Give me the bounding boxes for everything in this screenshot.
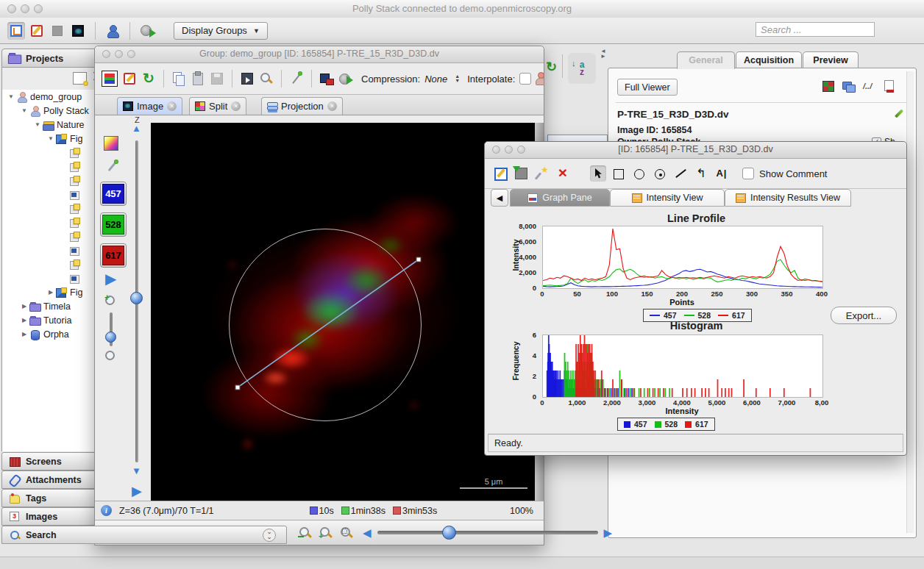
refresh-icon[interactable]: ↻ [141,71,156,86]
measure-icon[interactable] [289,71,304,86]
split-image-icon[interactable] [319,71,334,86]
image-canvas[interactable]: 5 μm [151,123,535,501]
grid-view-icon[interactable] [49,22,66,40]
editor-icon[interactable] [28,22,46,40]
line-plot-icon[interactable] [863,80,876,93]
sort-az-button[interactable]: ↓ az [568,53,596,84]
full-viewer-button[interactable]: Full Viewer [617,79,678,96]
twisty-icon[interactable]: ▶ [20,317,29,323]
zoom-in-icon[interactable]: + [319,526,333,540]
z-play-icon[interactable]: ▶ [132,483,142,499]
compression-stepper[interactable]: ▲▼ [455,74,460,83]
renderer-icon[interactable] [102,71,118,87]
show-comment-toggle[interactable]: Show Comment [742,168,827,179]
zoom-out-icon[interactable] [104,349,118,364]
refresh-icon[interactable]: ↻ [546,59,559,72]
pointer-icon[interactable] [590,165,606,182]
delete-icon[interactable]: × [555,165,571,182]
channel-color-icon [341,507,349,515]
twisty-icon[interactable]: ▼ [33,121,42,128]
channel-button-617[interactable]: 617 [100,243,127,268]
step-forward-icon[interactable]: ▶ [604,526,613,540]
step-back-icon[interactable]: ◀ [363,526,372,540]
twisty-icon[interactable]: ▶ [46,289,55,296]
save-icon[interactable] [210,71,224,86]
copy-icon[interactable] [171,71,186,86]
zoom-out-icon[interactable] [298,526,313,540]
paste-icon[interactable] [191,71,205,86]
user-icon[interactable] [104,22,121,40]
polyline-icon[interactable]: ↰ [693,165,709,182]
text-icon[interactable]: A| [714,165,730,182]
tab-intensity-results-view[interactable]: Intensity Results View [725,189,851,207]
metadata-scrollbar[interactable] [906,71,914,533]
zoom-in-icon[interactable] [104,294,118,309]
compression-value[interactable]: None [424,74,447,85]
tab-general[interactable]: General [677,51,735,69]
twisty-icon[interactable]: ▶ [20,303,29,309]
tab-acquisition[interactable]: Acquisition [736,51,802,68]
tab-preview[interactable]: Preview [803,51,859,68]
rectangle-icon[interactable] [611,165,627,182]
tab-split[interactable]: Split × [189,97,246,115]
roi-save-icon[interactable] [513,165,530,182]
z-slider-knob[interactable] [130,292,143,304]
tab-scroll-left-icon[interactable]: ◀ [491,189,508,207]
twisty-icon[interactable]: ▼ [20,107,29,114]
line-icon[interactable] [672,165,689,182]
timeline-slider[interactable] [377,531,598,534]
close-tab-icon[interactable]: × [167,101,177,111]
split-view-icon[interactable] [822,80,835,93]
server-icon[interactable] [138,22,156,40]
pane-scroll-arrows[interactable]: ◄► [600,49,606,59]
twisty-icon[interactable]: ▶ [20,331,29,337]
tab-projection[interactable]: Projection × [261,97,343,115]
copy-folders-icon[interactable] [842,80,856,93]
play-movie-icon[interactable]: ▶ [105,271,116,286]
roi-edit-icon[interactable] [493,165,509,182]
channel-button-528[interactable]: 528 [100,212,127,237]
publish-icon[interactable] [338,71,353,86]
z-down-icon[interactable]: ▼ [132,465,141,476]
roi-line[interactable] [151,123,535,501]
global-search-input[interactable] [756,22,875,37]
info-icon[interactable]: i [101,505,112,516]
color-picker-icon[interactable] [105,160,118,173]
z-slider-track[interactable] [135,140,138,462]
z-up-icon[interactable]: ▲ [132,123,141,134]
edit-pencil-icon[interactable] [894,109,904,119]
twisty-icon[interactable]: ▼ [7,93,15,100]
colormap-icon[interactable] [104,136,118,151]
slider-knob[interactable] [105,332,116,343]
point-icon[interactable] [652,165,668,182]
viewer-titlebar[interactable]: Group: demo_group [ID: 165854] P-TRE_15_… [95,46,544,63]
twisty-icon[interactable]: ▼ [46,135,55,142]
editor-icon[interactable] [122,71,137,86]
search-section-bar[interactable]: Search ⌄⌄ [1,526,287,544]
note-icon [69,260,80,270]
histogram-title: Histogram [485,320,908,332]
tab-image[interactable]: Image × [117,97,182,115]
slider-knob[interactable] [442,526,456,540]
ellipse-icon[interactable] [631,165,647,182]
interpolate-checkbox[interactable] [519,73,531,85]
close-tab-icon[interactable]: × [231,101,241,111]
zoom-fit-icon[interactable] [339,526,354,540]
zoom-ratio-slider[interactable] [110,312,113,346]
channel-button-457[interactable]: 457 [100,182,127,206]
tab-intensity-view[interactable]: Intensity View [610,189,725,207]
new-container-icon[interactable] [73,72,87,85]
display-groups-button[interactable]: Display Groups ▼ [174,22,268,40]
chevron-double-down-icon[interactable]: ⌄⌄ [263,529,276,542]
measurement-titlebar[interactable]: [ID: 165854] P-TRE_15_R3D_D3D.dv [485,142,906,159]
export-file-icon[interactable] [884,80,897,93]
tab-graph-pane[interactable]: Graph Pane [510,189,610,207]
tree-browser-icon[interactable] [7,22,25,40]
zoom-percent: 100% [510,506,533,516]
close-tab-icon[interactable]: × [327,101,337,111]
image-view-icon[interactable] [69,22,87,40]
show-comment-checkbox[interactable] [742,168,754,179]
magnifier-icon[interactable] [259,71,274,86]
wand-icon[interactable] [534,165,550,182]
movie-icon[interactable] [240,71,255,86]
